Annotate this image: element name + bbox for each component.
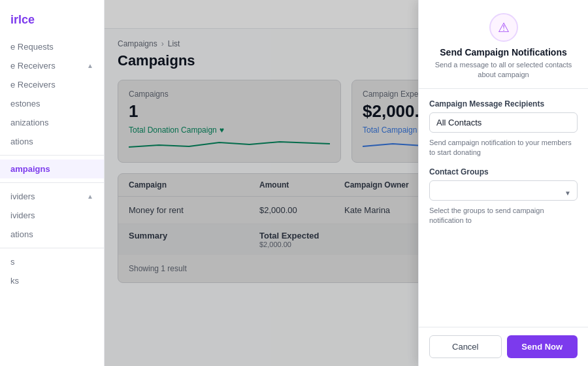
cancel-button[interactable]: Cancel	[429, 335, 502, 358]
send-button[interactable]: Send Now	[507, 335, 578, 358]
groups-label: Contact Groups	[429, 167, 578, 176]
groups-help: Select the groups to send campaign notif…	[429, 206, 578, 226]
sidebar-item-links[interactable]: ks	[0, 271, 104, 290]
modal-header: ⚠ Send Campaign Notifications Send a mes…	[419, 0, 588, 89]
sidebar-item-label: e Receivers	[10, 61, 56, 71]
modal-title: Send Campaign Notifications	[429, 47, 578, 58]
main-content: 🔍 Search Campaigns › List Campaigns Camp…	[105, 0, 588, 366]
sidebar-item-extras[interactable]: s	[0, 252, 104, 271]
sidebar-item-label: e Receivers	[10, 80, 56, 90]
modal-icon-wrap: ⚠	[489, 13, 518, 42]
modal-overlay: ⚠ Send Campaign Notifications Send a mes…	[105, 0, 588, 366]
modal-footer: Cancel Send Now	[419, 327, 588, 366]
modal-panel: ⚠ Send Campaign Notifications Send a mes…	[418, 0, 588, 366]
sidebar: irlce e Requests e Receivers ▲ e Receive…	[0, 0, 105, 366]
sidebar-item-label: ations	[10, 137, 33, 146]
chevron-icon: ▲	[87, 62, 93, 69]
sidebar-item-requests[interactable]: e Requests	[0, 37, 104, 56]
groups-select[interactable]	[429, 180, 578, 201]
sidebar-item-label: ations	[10, 229, 33, 239]
sidebar-item-milestones[interactable]: estones	[0, 94, 104, 113]
sidebar-item-label: s	[10, 257, 15, 267]
sidebar-item-label: estones	[10, 99, 41, 108]
sidebar-item-label: ks	[10, 276, 19, 286]
recipients-help: Send campaign notification to your membe…	[429, 138, 578, 158]
recipients-label: Campaign Message Recipients	[429, 99, 578, 108]
recipients-input[interactable]	[429, 112, 578, 133]
sidebar-item-prov-settings[interactable]: ations	[0, 225, 104, 244]
sidebar-item-label: e Requests	[10, 42, 54, 52]
sidebar-item-label: ividers	[10, 191, 35, 201]
sidebar-item-label: ampaigns	[10, 164, 50, 174]
brand-logo: irlce	[0, 8, 104, 37]
sidebar-item-donations[interactable]: ations	[0, 132, 104, 151]
sidebar-item-label: anizations	[10, 118, 49, 127]
warning-icon: ⚠	[498, 20, 510, 35]
modal-body: Campaign Message Recipients Send campaig…	[419, 89, 588, 327]
sidebar-item-providers-group[interactable]: ividers ▲	[0, 187, 104, 206]
modal-subtitle: Send a message to all or selected contac…	[429, 60, 578, 80]
sidebar-item-providers[interactable]: ividers	[0, 206, 104, 225]
sidebar-item-label: ividers	[10, 210, 35, 220]
sidebar-item-campaigns[interactable]: ampaigns	[0, 159, 104, 178]
sidebar-item-receivers[interactable]: e Receivers	[0, 75, 104, 94]
sidebar-item-organizations[interactable]: anizations	[0, 113, 104, 132]
sidebar-item-receivers-group[interactable]: e Receivers ▲	[0, 56, 104, 75]
groups-select-wrapper: ▼	[429, 180, 578, 206]
chevron-icon: ▲	[87, 193, 93, 200]
